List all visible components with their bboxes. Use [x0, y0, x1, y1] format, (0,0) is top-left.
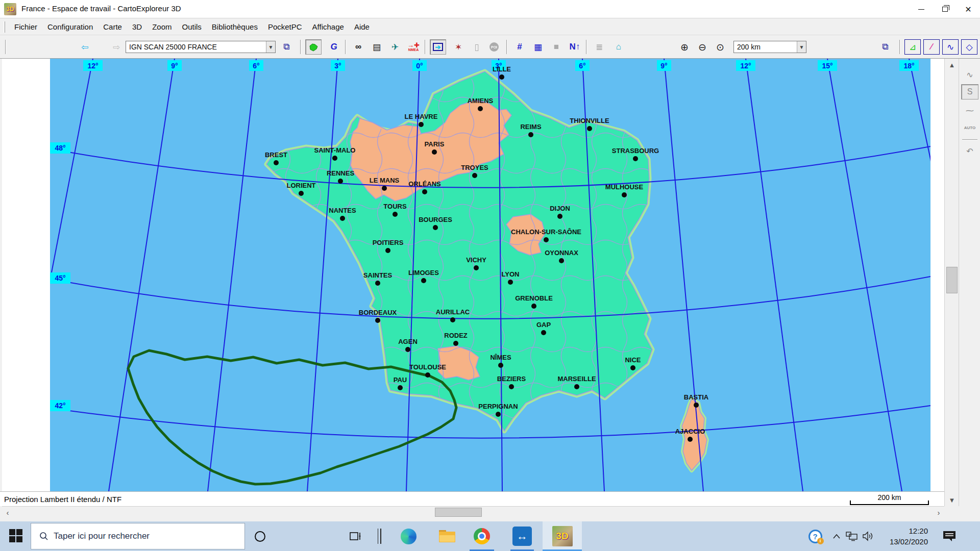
pan-mode-button[interactable]: ➔ — [430, 39, 446, 55]
window-title: France - Espace de travail - CartoExplor… — [21, 4, 181, 13]
svg-text:12°: 12° — [740, 62, 751, 70]
menu-item-outils[interactable]: Outils — [177, 20, 206, 33]
tray-clock[interactable]: 12:20 13/02/2020 — [879, 521, 928, 551]
menu-item-bibliothèques[interactable]: Bibliothèques — [207, 20, 263, 33]
edge-browser-button[interactable] — [398, 521, 419, 551]
maps-overview-button[interactable]: ⧉ — [877, 39, 893, 55]
tools-shop-button[interactable]: ⌂ — [610, 39, 627, 55]
svg-text:MULHOUSE: MULHOUSE — [605, 183, 644, 191]
map-canvas[interactable]: 12°9°6°3°0°3°6°9°12°15°18°48°45°42° LILL… — [2, 59, 944, 491]
svg-text:RODEZ: RODEZ — [444, 332, 468, 339]
scale-select[interactable]: 200 km ▼ — [733, 41, 806, 53]
svg-text:45°: 45° — [55, 274, 65, 282]
edit-track-icon[interactable]: S — [961, 84, 978, 99]
north-arrow-button[interactable]: N↑ — [567, 39, 583, 55]
scale-bar: 200 km — [850, 493, 929, 505]
restore-button[interactable] — [933, 0, 957, 18]
menu-item-zoom[interactable]: Zoom — [147, 20, 177, 33]
cartoexploreur-task-button[interactable]: 3D — [543, 521, 582, 551]
chevron-down-icon[interactable]: ▼ — [266, 41, 275, 53]
navigate-plane-icon[interactable]: ✈ — [387, 39, 403, 55]
folder-icon — [439, 530, 455, 542]
cascade-windows-button[interactable]: ⧉ — [278, 39, 295, 55]
toolbar-divider — [586, 40, 587, 54]
undo-icon[interactable]: ↶ — [961, 143, 978, 159]
menu-item-configuration[interactable]: Configuration — [42, 20, 98, 33]
scale-value: 200 km — [734, 43, 797, 51]
notes-button[interactable]: ▯ — [469, 39, 485, 55]
vertical-scroll-thumb[interactable] — [946, 267, 958, 293]
task-view-icon — [350, 531, 362, 542]
file-explorer-button[interactable] — [437, 521, 457, 551]
toolbar-divider — [345, 40, 346, 54]
search-icon[interactable]: ∞ — [350, 39, 366, 55]
volume-tray-button[interactable] — [861, 521, 876, 551]
svg-text:LIMOGES: LIMOGES — [408, 269, 439, 277]
map-layer-select[interactable]: IGN SCAN 25000 FRANCE ▼ — [126, 41, 276, 53]
tray-expand-button[interactable] — [830, 521, 843, 551]
nmea-button[interactable]: →✚NMEA — [405, 39, 422, 55]
scroll-down-arrow[interactable]: ▼ — [945, 494, 959, 506]
auto-track-button[interactable]: AUTO — [961, 120, 978, 135]
speaker-icon — [863, 531, 874, 541]
forward-button[interactable]: ⇨ — [108, 39, 125, 55]
map-svg[interactable]: 12°9°6°3°0°3°6°9°12°15°18°48°45°42° LILL… — [2, 59, 944, 491]
zoom-scale-button[interactable]: ⊙ — [712, 39, 728, 55]
draw-curve-button[interactable]: ∿ — [942, 39, 959, 55]
horizontal-scroll-thumb[interactable] — [435, 508, 482, 517]
draw-flag-button[interactable]: ⊿ — [904, 39, 921, 55]
zoom-out-button[interactable]: ⊖ — [694, 39, 710, 55]
teamviewer-button[interactable]: ↔ — [510, 521, 534, 551]
toolbar: ⇦ ⇨ IGN SCAN 25000 FRANCE ▼ ⧉ G ∞ ▤ ✈ →✚… — [0, 36, 980, 59]
svg-text:48°: 48° — [55, 144, 65, 152]
track-points-icon[interactable]: ⁓ — [961, 103, 978, 118]
search-input[interactable] — [54, 531, 222, 541]
scroll-left-arrow[interactable]: ‹ — [2, 507, 13, 518]
grid-button[interactable]: # — [511, 39, 528, 55]
menu-item-carte[interactable]: Carte — [98, 20, 127, 33]
draw-polygon-button[interactable]: ◇ — [961, 39, 977, 55]
task-view-button[interactable] — [348, 521, 363, 551]
help-tray-button[interactable]: ? — [806, 521, 824, 551]
menu-item-fichier[interactable]: Fichier — [9, 20, 42, 33]
compass-rose-icon[interactable]: ✶ — [450, 39, 467, 55]
draw-track-icon[interactable]: ∿ — [961, 67, 978, 82]
cortana-button[interactable] — [252, 521, 267, 551]
menu-item-pocketpc[interactable]: PocketPC — [263, 20, 307, 33]
tray-time: 12:20 — [909, 525, 928, 536]
horizontal-scrollbar[interactable]: ‹ › — [2, 506, 944, 517]
chevron-down-icon[interactable]: ▼ — [797, 41, 806, 53]
vertical-scrollbar[interactable]: ▲ ▼ — [944, 59, 959, 506]
network-icon — [846, 531, 858, 541]
svg-text:SAINTES: SAINTES — [363, 271, 393, 279]
svg-text:MARSEILLE: MARSEILLE — [557, 375, 596, 383]
grid-map-button[interactable]: ▦ — [530, 39, 546, 55]
menu-item-affichage[interactable]: Affichage — [307, 20, 349, 33]
search-document-icon[interactable]: ▤ — [369, 39, 385, 55]
menu-item-3d[interactable]: 3D — [127, 20, 147, 33]
svg-text:BREST: BREST — [265, 151, 287, 159]
show-map-button[interactable] — [305, 39, 322, 55]
scroll-right-arrow[interactable]: › — [933, 507, 944, 518]
menu-item-aide[interactable]: Aide — [349, 20, 375, 33]
scroll-up-arrow[interactable]: ▲ — [945, 59, 959, 71]
draw-segment-button[interactable]: ∕ — [923, 39, 940, 55]
action-center-button[interactable] — [939, 521, 960, 551]
taskbar-search[interactable] — [31, 523, 245, 549]
zoom-in-button[interactable]: ⊕ — [676, 39, 693, 55]
fill-square-button[interactable]: ■ — [548, 39, 565, 55]
legend-button[interactable]: ≣ — [591, 39, 607, 55]
poi-button[interactable]: POI — [486, 39, 502, 55]
close-button[interactable]: ✕ — [957, 0, 980, 18]
chrome-button[interactable] — [471, 521, 493, 551]
start-button[interactable] — [9, 529, 22, 542]
svg-text:ORLÉANS: ORLÉANS — [408, 180, 441, 188]
network-tray-button[interactable] — [844, 521, 860, 551]
gps-replay-button[interactable]: G — [326, 39, 342, 55]
toolbar-divider — [425, 40, 426, 54]
track-tools-strip: ∿ S ⁓ AUTO ↶ — [959, 59, 980, 506]
strip-divider — [962, 139, 977, 140]
back-button[interactable]: ⇦ — [77, 39, 93, 55]
svg-text:RENNES: RENNES — [327, 169, 355, 177]
minimize-button[interactable] — [910, 0, 933, 18]
